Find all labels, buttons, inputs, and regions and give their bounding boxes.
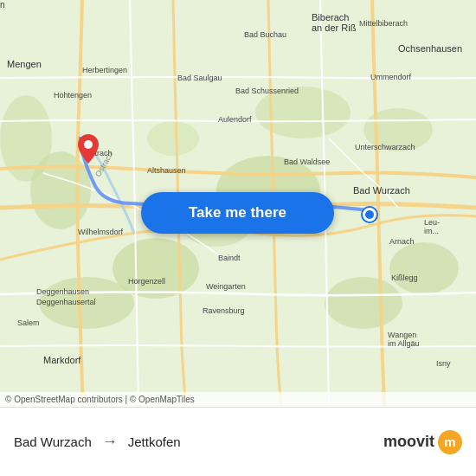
svg-point-11 <box>147 121 199 156</box>
moovit-m-letter: m <box>444 434 455 449</box>
take-me-there-button[interactable]: Take me there <box>141 192 334 234</box>
moovit-text: moovit <box>383 433 434 451</box>
origin-label: Bad Wurzach <box>14 434 92 449</box>
route-arrow-icon: → <box>102 433 118 451</box>
moovit-logo: moovit m <box>383 430 462 454</box>
destination-label: Jettkofen <box>128 434 181 449</box>
map-container: Ostrach Biberachan der Riß Ochsenhausen … <box>0 0 476 407</box>
svg-point-9 <box>389 242 459 294</box>
svg-point-3 <box>325 277 402 329</box>
svg-point-4 <box>39 277 134 329</box>
svg-point-15 <box>365 210 374 219</box>
bottom-bar: Bad Wurzach → Jettkofen moovit m <box>0 407 476 476</box>
moovit-dot: m <box>438 430 462 454</box>
origin-marker <box>78 134 99 167</box>
map-attribution: © OpenStreetMap contributors | © OpenMap… <box>0 392 476 407</box>
svg-point-13 <box>84 140 93 149</box>
route-info: Bad Wurzach → Jettkofen <box>14 433 383 451</box>
destination-marker <box>361 206 378 227</box>
